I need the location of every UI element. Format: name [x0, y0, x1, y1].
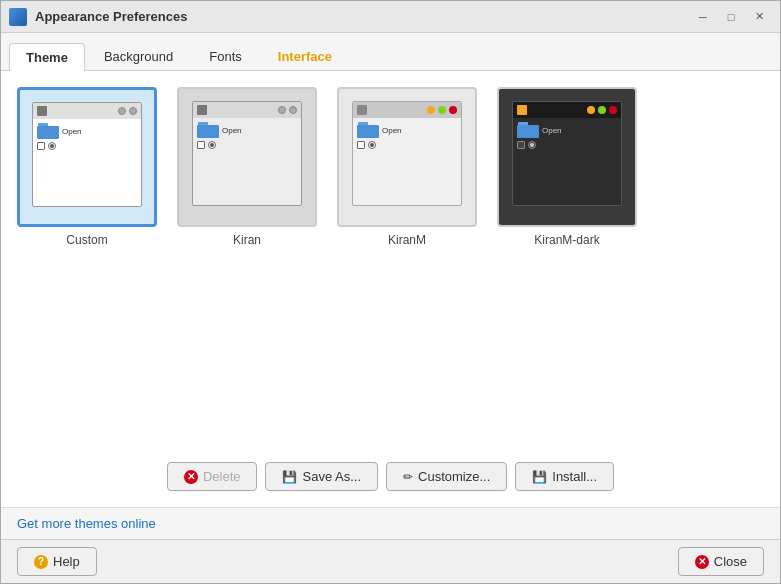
tabs-bar: Theme Background Fonts Interface — [1, 33, 780, 71]
theme-item-kiranm[interactable]: Open KiranM — [337, 87, 477, 247]
mini-row2-kiranmdark — [517, 141, 617, 149]
mini-btns-custom — [118, 107, 137, 115]
mini-btn-kiranmdark-close — [609, 106, 617, 114]
mini-icon-kiranm — [357, 105, 367, 115]
customize-button[interactable]: ✏ Customize... — [386, 462, 507, 491]
mini-row1-custom: Open — [37, 123, 137, 139]
mini-window-custom: Open — [32, 102, 142, 207]
mini-row1-kiran: Open — [197, 122, 297, 138]
mini-window-kiran: Open — [192, 101, 302, 206]
install-icon: 💾 — [532, 470, 547, 484]
mini-titlebar-kiranmdark — [513, 102, 621, 118]
save-icon: 💾 — [282, 470, 297, 484]
mini-row2-kiran — [197, 141, 297, 149]
mini-btn-kiranm-min — [427, 106, 435, 114]
mini-folder-kiranm — [357, 122, 379, 138]
mini-titlebar-kiranm — [353, 102, 461, 118]
mini-check-kiranm — [357, 141, 365, 149]
mini-folder-custom — [37, 123, 59, 139]
mini-row2-custom — [37, 142, 137, 150]
app-icon — [9, 8, 27, 26]
tab-fonts[interactable]: Fonts — [192, 42, 259, 70]
theme-name-kiranm: KiranM — [388, 233, 426, 247]
save-as-button[interactable]: 💾 Save As... — [265, 462, 378, 491]
mini-btn-kiranm-close — [449, 106, 457, 114]
theme-name-kiran: Kiran — [233, 233, 261, 247]
mini-btns-kiranm — [427, 106, 457, 114]
mini-body-kiranm: Open — [353, 118, 461, 205]
themes-grid: Open Custom — [17, 87, 764, 247]
close-window-button[interactable]: ✕ — [746, 6, 772, 28]
mini-body-kiran: Open — [193, 118, 301, 205]
window-controls: ─ □ ✕ — [690, 6, 772, 28]
mini-folder-kiranmdark — [517, 122, 539, 138]
main-window: Appearance Preferences ─ □ ✕ Theme Backg… — [0, 0, 781, 584]
install-button[interactable]: 💾 Install... — [515, 462, 614, 491]
mini-radio-kiranm — [368, 141, 376, 149]
mini-folder-kiran — [197, 122, 219, 138]
theme-preview-custom[interactable]: Open — [17, 87, 157, 227]
mini-icon-custom — [37, 106, 47, 116]
help-button[interactable]: ? Help — [17, 547, 97, 576]
mini-text-kiranm: Open — [382, 126, 402, 135]
mini-body-custom: Open — [33, 119, 141, 206]
mini-row2-kiranm — [357, 141, 457, 149]
footer: ? Help ✕ Close — [1, 539, 780, 583]
mini-check-kiran — [197, 141, 205, 149]
mini-radio-custom — [48, 142, 56, 150]
mini-window-kiranm: Open — [352, 101, 462, 206]
get-more-themes-link[interactable]: Get more themes online — [17, 516, 156, 531]
help-icon: ? — [34, 555, 48, 569]
mini-btn-custom2 — [129, 107, 137, 115]
window-title: Appearance Preferences — [35, 9, 690, 24]
content-area: Open Custom — [1, 71, 780, 507]
mini-titlebar-kiran — [193, 102, 301, 118]
mini-row1-kiranm: Open — [357, 122, 457, 138]
mini-check-custom — [37, 142, 45, 150]
mini-btn-kiranmdark-max — [598, 106, 606, 114]
mini-radio-kiran — [208, 141, 216, 149]
mini-icon-kiranmdark — [517, 105, 527, 115]
mini-btn-kiranmdark-min — [587, 106, 595, 114]
mini-btn-kiranm-max — [438, 106, 446, 114]
mini-text-kiranmdark: Open — [542, 126, 562, 135]
mini-btn-kiran2 — [289, 106, 297, 114]
theme-item-custom[interactable]: Open Custom — [17, 87, 157, 247]
tab-theme[interactable]: Theme — [9, 43, 85, 71]
customize-icon: ✏ — [403, 470, 413, 484]
theme-name-custom: Custom — [66, 233, 107, 247]
delete-icon: ✕ — [184, 470, 198, 484]
mini-text-kiran: Open — [222, 126, 242, 135]
minimize-button[interactable]: ─ — [690, 6, 716, 28]
actions-row: ✕ Delete 💾 Save As... ✏ Customize... 💾 I… — [17, 442, 764, 491]
theme-item-kiranmdark[interactable]: Open KiranM-dark — [497, 87, 637, 247]
link-row: Get more themes online — [1, 507, 780, 539]
theme-preview-kiranm[interactable]: Open — [337, 87, 477, 227]
close-button[interactable]: ✕ Close — [678, 547, 764, 576]
delete-button[interactable]: ✕ Delete — [167, 462, 258, 491]
theme-name-kiranmdark: KiranM-dark — [534, 233, 599, 247]
mini-icon-kiran — [197, 105, 207, 115]
theme-item-kiran[interactable]: Open Kiran — [177, 87, 317, 247]
titlebar: Appearance Preferences ─ □ ✕ — [1, 1, 780, 33]
mini-text-custom: Open — [62, 127, 82, 136]
theme-preview-kiranmdark[interactable]: Open — [497, 87, 637, 227]
tab-interface[interactable]: Interface — [261, 42, 349, 70]
mini-btn-kiran — [278, 106, 286, 114]
maximize-button[interactable]: □ — [718, 6, 744, 28]
theme-preview-kiran[interactable]: Open — [177, 87, 317, 227]
mini-btns-kiranmdark — [587, 106, 617, 114]
mini-body-kiranmdark: Open — [513, 118, 621, 205]
mini-titlebar-custom — [33, 103, 141, 119]
mini-row1-kiranmdark: Open — [517, 122, 617, 138]
close-icon: ✕ — [695, 555, 709, 569]
mini-check-kiranmdark — [517, 141, 525, 149]
mini-btns-kiran — [278, 106, 297, 114]
tab-background[interactable]: Background — [87, 42, 190, 70]
mini-window-kiranmdark: Open — [512, 101, 622, 206]
mini-btn-custom — [118, 107, 126, 115]
mini-radio-kiranmdark — [528, 141, 536, 149]
